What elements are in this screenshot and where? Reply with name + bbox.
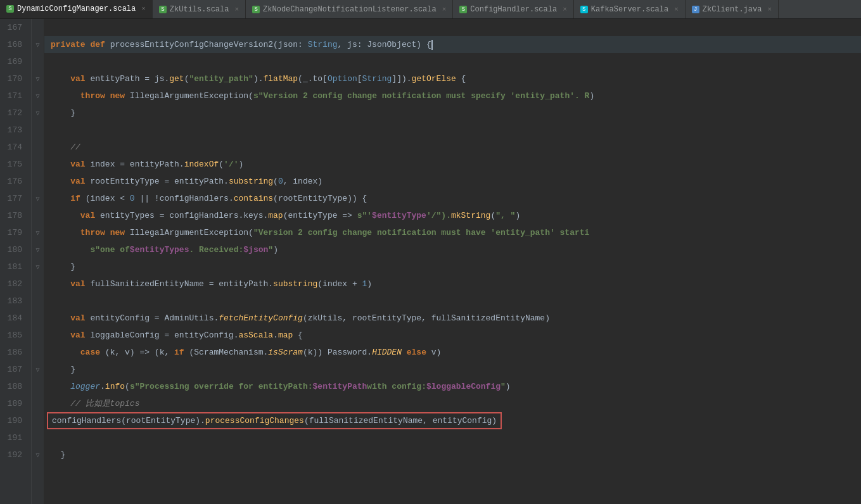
code-line-190: configHandlers(rootEntityType).processCo… (44, 412, 861, 429)
tab-kafkaserver[interactable]: S KafkaServer.scala × (574, 0, 686, 18)
scala-icon: S (6, 5, 14, 13)
code-line-188: logger.info(s"Processing override for en… (44, 378, 861, 395)
scala-icon: S (459, 6, 467, 13)
cursor (431, 40, 433, 50)
code-line-168: private def processEntityConfigChangeVer… (44, 36, 861, 53)
code-line-170: val entityPath = js.get("entity_path").f… (44, 70, 861, 87)
tab-label: ConfigHandler.scala (470, 5, 557, 14)
fold-171[interactable]: ▽ (32, 87, 44, 104)
line-numbers: 167 168 169 170 171 172 173 174 175 176 … (0, 19, 32, 504)
code-line-167 (44, 19, 861, 36)
code-line-173 (44, 122, 861, 139)
code-line-183 (44, 293, 861, 310)
tab-zknode[interactable]: S ZkNodeChangeNotificationListener.scala… (246, 0, 453, 18)
tab-dynamic-config[interactable]: S DynamicConfigManager.scala × (0, 0, 153, 18)
fold-172[interactable]: ▽ (32, 104, 44, 122)
code-line-178: val entityTypes = configHandlers.keys.ma… (44, 207, 861, 224)
tab-label: ZkUtils.scala (170, 5, 229, 14)
tab-close-btn[interactable]: × (563, 6, 567, 13)
tab-zkclient[interactable]: J ZkClient.java × (686, 0, 779, 18)
code-line-182: val fullSanitizedEntityName = entityPath… (44, 275, 861, 293)
java-icon: J (692, 6, 699, 13)
code-line-179: throw new IllegalArgumentException("Vers… (44, 224, 861, 241)
tab-label: DynamicConfigManager.scala (17, 4, 136, 13)
code-line-185: val loggableConfig = entityConfig.asScal… (44, 327, 861, 344)
tab-confighandler[interactable]: S ConfigHandler.scala × (453, 0, 573, 18)
scala-icon: S (580, 6, 588, 13)
gutter: ▽ ▽ ▽ ▽ ▽ ▽ ▽ ▽ ▽ ▽ (32, 19, 44, 504)
code-line-186: case (k, v) => (k, if (ScramMechanism.is… (44, 344, 861, 361)
code-line-177: if (index < 0 || !configHandlers.contain… (44, 190, 861, 207)
scala-icon: S (252, 6, 260, 13)
fold-187[interactable]: ▽ (32, 361, 44, 378)
code-line-176: val rootEntityType = entityPath.substrin… (44, 173, 861, 190)
fold-179[interactable]: ▽ (32, 224, 44, 241)
tab-close-btn[interactable]: × (674, 6, 679, 13)
code-line-172: } (44, 104, 861, 122)
tab-label: ZkNodeChangeNotificationListener.scala (263, 5, 437, 14)
fold-192[interactable]: ▽ (32, 446, 44, 463)
code-line-189: // 比如是topics (44, 395, 861, 412)
code-line-191 (44, 429, 861, 446)
code-line-171: throw new IllegalArgumentException(s"Ver… (44, 87, 861, 104)
code-line-174: // (44, 139, 861, 156)
tab-close-btn[interactable]: × (767, 6, 772, 13)
tab-close-btn[interactable]: × (442, 6, 447, 13)
tab-bar: S DynamicConfigManager.scala × S ZkUtils… (0, 0, 861, 19)
code-line-192: } (44, 446, 861, 463)
tab-zkutils[interactable]: S ZkUtils.scala × (153, 0, 246, 18)
highlighted-code-box: configHandlers(rootEntityType).processCo… (47, 412, 502, 429)
code-line-180: s"one of $entityTypes. Received: $json") (44, 241, 861, 258)
fold-168[interactable]: ▽ (32, 36, 44, 53)
tab-label: ZkClient.java (703, 5, 762, 14)
fold-177[interactable]: ▽ (32, 190, 44, 207)
code-area: 167 168 169 170 171 172 173 174 175 176 … (0, 19, 861, 504)
tab-close-btn[interactable]: × (234, 6, 239, 13)
scala-icon: S (159, 6, 167, 13)
fold-181[interactable]: ▽ (32, 258, 44, 275)
code-line-169 (44, 53, 861, 70)
code-line-187: } (44, 361, 861, 378)
code-line-181: } (44, 258, 861, 275)
code-line-175: val index = entityPath.indexOf('/') (44, 156, 861, 173)
tab-label: KafkaServer.scala (591, 5, 668, 14)
code-line-184: val entityConfig = AdminUtils.fetchEntit… (44, 310, 861, 327)
fold-170[interactable]: ▽ (32, 70, 44, 87)
fold-180[interactable]: ▽ (32, 241, 44, 258)
tab-close-btn[interactable]: × (141, 5, 146, 13)
code-editor[interactable]: private def processEntityConfigChangeVer… (44, 19, 861, 504)
